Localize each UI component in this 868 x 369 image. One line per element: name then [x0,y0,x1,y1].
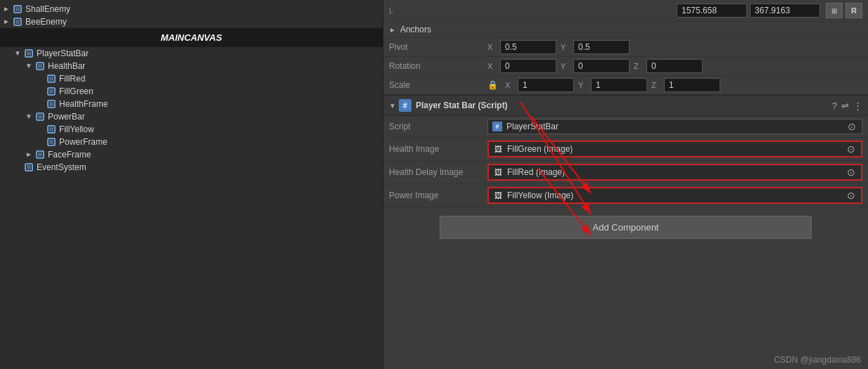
scale-row: Scale 🔒 X Y Z [383,76,868,95]
health-image-row: Health Image 🖼 FillGreen (Image) ⊙ [383,138,868,161]
tree-item-healthbar[interactable]: HealthBar [0,60,383,72]
tree-item-powerframe[interactable]: PowerFrame [0,136,383,148]
more-icon[interactable]: ⋮ [853,101,862,111]
pos-indicator: L [389,6,393,15]
rot-y-label: Y [561,62,569,70]
lock-icon: 🔒 [487,80,498,90]
rot-z-label: Z [634,62,642,70]
pivot-y-label: Y [561,43,569,51]
scale-y-field[interactable] [591,78,647,92]
rotation-values: X Y Z [487,59,862,73]
tree-item-powerbar[interactable]: PowerBar [0,110,383,123]
health-delay-label: Health Delay Image [389,167,487,177]
gameobject-icon [35,150,45,160]
health-delay-target-button[interactable]: ⊙ [845,167,857,178]
gameobject-icon [46,137,56,147]
image-asset-icon: 🖼 [493,144,503,154]
scale-x-label: X [505,81,513,89]
rotation-label: Rotation [389,61,487,71]
add-component-button[interactable]: Add Component [440,216,812,239]
tree-item-eventsystem[interactable]: EventSystem [0,161,383,174]
arrow-icon [3,18,11,26]
svg-rect-5 [27,51,31,56]
tree-label: ShallEnemy [25,4,70,14]
tree-label: FillGreen [59,86,94,96]
health-image-label: Health Image [389,144,487,154]
pos-x-field[interactable] [677,4,747,18]
script-hash-icon: # [399,99,411,112]
anchors-label: Anchors [400,25,431,34]
tree-item-beeEnemy[interactable]: BeeEnemy [0,15,383,28]
health-delay-field: 🖼 FillRed (Image) ⊙ [487,164,862,181]
settings-icon[interactable]: ⇌ [841,101,849,111]
tree-label: HealthBar [48,61,85,71]
svg-rect-15 [38,115,42,119]
tree-item-maincanvas[interactable]: MAINCANVAS [0,28,383,47]
component-header: ▼ # Player Stat Bar (Script) ? ⇌ ⋮ [383,95,868,116]
scale-z-field[interactable] [664,78,720,92]
arrow-icon [37,125,45,134]
arrow-icon [25,150,34,159]
health-image-target-button[interactable]: ⊙ [845,143,857,155]
pivot-values: X Y [487,40,862,54]
gameobject-icon [24,162,34,172]
component-actions: ? ⇌ ⋮ [832,101,862,111]
gameobject-icon [24,48,34,58]
component-title: Player Stat Bar (Script) [416,101,508,110]
arrow-icon [14,163,23,171]
help-icon[interactable]: ? [832,101,837,111]
tree-item-shallEnemy[interactable]: ShallEnemy [0,3,383,15]
power-image-value: FillYellow (Image) [507,190,573,200]
power-image-target-button[interactable]: ⊙ [845,190,857,201]
svg-rect-3 [15,20,20,24]
tree-label: EventSystem [37,162,87,172]
arrow-icon [14,49,23,58]
svg-rect-17 [49,127,53,131]
scale-z-label: Z [651,81,660,89]
component-collapse-icon[interactable]: ▼ [389,102,396,110]
script-row: Script # PlayerStatBar ⊙ [383,116,868,138]
gameobject-icon [46,74,56,84]
tree-item-fillred[interactable]: FillRed [0,72,383,85]
pos-y-field[interactable] [750,4,820,18]
pivot-x-field[interactable] [500,40,556,54]
tree-item-fillyellow[interactable]: FillYellow [0,123,383,136]
script-file-icon: # [492,122,502,131]
scale-values: 🔒 X Y Z [487,78,862,92]
power-image-row: Power Image 🖼 FillYellow (Image) ⊙ [383,184,868,207]
tree-item-fillgreen[interactable]: FillGreen [0,85,383,98]
script-name-label: PlayerStatBar [506,122,559,131]
script-target-button[interactable]: ⊙ [846,121,857,132]
r-button[interactable]: R [845,3,862,18]
gameobject-icon [35,112,45,122]
grid-button[interactable]: ⊞ [826,3,843,18]
arrow-icon [25,112,34,121]
anchors-arrow-icon: ► [389,26,396,34]
svg-rect-19 [49,140,53,144]
rot-x-field[interactable] [500,59,556,73]
pivot-y-field[interactable] [573,40,630,54]
scale-x-field[interactable] [518,78,574,92]
tree-label: PowerBar [48,112,85,122]
rot-z-field[interactable] [646,59,703,73]
rot-y-field[interactable] [573,59,630,73]
svg-rect-21 [38,153,42,157]
tree-item-faceframe[interactable]: FaceFrame [0,148,383,161]
health-delay-image-row: Health Delay Image 🖼 FillRed (Image) ⊙ [383,161,868,184]
gameobject-icon [46,86,56,96]
svg-rect-11 [49,89,53,93]
pivot-row: Pivot X Y [383,38,868,57]
watermark: CSDN @jiangdaxia886 [774,355,861,365]
scale-label: Scale [389,80,487,90]
hierarchy-panel: ShallEnemy BeeEnemy MAINCANVAS PlayerSta… [0,0,383,369]
top-buttons: ⊞ R [826,3,862,18]
tree-item-healthframe[interactable]: HealthFrame [0,98,383,110]
svg-rect-1 [15,7,20,11]
tree-item-playerstatbar[interactable]: PlayerStatBar [0,47,383,60]
position-row: L ⊞ R [383,0,868,22]
gameobject-icon [13,17,23,27]
anchors-row[interactable]: ► Anchors [383,22,868,38]
svg-rect-23 [27,165,31,169]
power-image-label: Power Image [389,190,487,200]
pivot-x-label: X [487,43,496,51]
